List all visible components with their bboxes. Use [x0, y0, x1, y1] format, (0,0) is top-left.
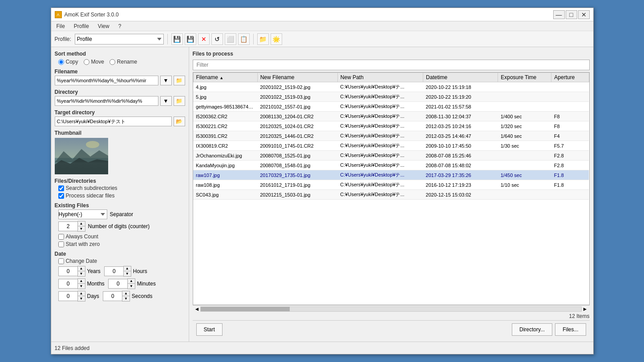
table-row[interactable]: IX300819.CR220091010_1745-01.CR2C:¥Users…: [193, 141, 589, 151]
save-button[interactable]: 💾: [171, 33, 183, 45]
always-count-checkbox[interactable]: [58, 234, 64, 240]
filename-browse-btn[interactable]: 📁: [174, 76, 185, 85]
directory-button[interactable]: Directory...: [512, 323, 552, 336]
search-subdirs-label[interactable]: Search subdirectories: [58, 185, 185, 191]
separator-select[interactable]: Hyphen(-) Underscore(_) None: [58, 209, 107, 219]
months-up-btn[interactable]: ▲: [78, 279, 85, 284]
files-button[interactable]: Files...: [555, 323, 586, 336]
menu-view[interactable]: View: [94, 22, 113, 30]
col-header-filename[interactable]: Filename ▲: [193, 73, 257, 82]
refresh-button[interactable]: ↺: [211, 33, 223, 45]
sort-rename-radio[interactable]: [109, 59, 115, 65]
change-date-label[interactable]: Change Date: [58, 258, 185, 264]
start-button[interactable]: Start: [196, 323, 223, 336]
minutes-up-btn[interactable]: ▲: [128, 279, 135, 284]
start-zero-checkbox[interactable]: [58, 241, 64, 247]
filename-arrow-btn[interactable]: ▼: [160, 76, 172, 85]
seconds-wrap: ▲ ▼: [103, 291, 130, 302]
search-subdirs-checkbox[interactable]: [58, 185, 64, 191]
thumbnail-svg: [55, 138, 108, 174]
table-row[interactable]: I5300221.CR220120325_1024-01.CR2C:¥Users…: [193, 121, 589, 131]
seconds-down-btn[interactable]: ▼: [122, 296, 130, 301]
hours-down-btn[interactable]: ▼: [124, 271, 131, 276]
open-folder-button[interactable]: 📁: [257, 33, 269, 45]
col-header-newpath[interactable]: New Path: [337, 73, 423, 82]
table-row[interactable]: SC043.jpg20201215_1503-01.jpgC:¥Users¥yu…: [193, 190, 589, 200]
col-header-exposure[interactable]: Exposure Time: [498, 73, 551, 82]
target-browse-btn[interactable]: 📂: [174, 117, 185, 126]
paste-button[interactable]: 📋: [238, 33, 250, 45]
table-cell: F1.8: [551, 170, 589, 180]
target-input[interactable]: C:\Users¥yuki¥Desktop¥テスト: [55, 117, 172, 126]
table-cell: 2008-07-08 15:25:46: [423, 151, 498, 161]
scroll-left-btn[interactable]: ◄: [194, 306, 200, 312]
menu-file[interactable]: File: [53, 22, 69, 30]
scrollbar-track[interactable]: [200, 306, 581, 312]
start-zero-label[interactable]: Start with zero: [58, 241, 185, 247]
years-input[interactable]: [58, 266, 78, 276]
status-text: 12 Files added: [55, 345, 90, 351]
days-up-btn[interactable]: ▲: [78, 291, 85, 296]
minutes-down-btn[interactable]: ▼: [128, 284, 135, 289]
hours-input[interactable]: [104, 266, 124, 276]
col-header-datetime[interactable]: Datetime: [423, 73, 498, 82]
table-row[interactable]: 5.jpg20201022_1519-03.jpgC:¥Users¥yuki¥D…: [193, 92, 589, 102]
directory-arrow-btn[interactable]: ▼: [160, 96, 172, 106]
profile-label: Profile:: [55, 36, 71, 42]
table-row[interactable]: gettyimages-985138674-61...20210102_1557…: [193, 102, 589, 112]
delete-button[interactable]: ✕: [198, 33, 210, 45]
sort-copy-label[interactable]: Copy: [58, 59, 78, 65]
menu-profile[interactable]: Profile: [70, 22, 93, 30]
digits-up-btn[interactable]: ▲: [78, 221, 85, 226]
table-row[interactable]: KandaMyoujin.jpg20080708_1548-01.jpgC:¥U…: [193, 161, 589, 170]
minimize-button[interactable]: —: [553, 10, 565, 19]
sort-move-radio[interactable]: [84, 59, 89, 65]
profile-select[interactable]: Profile: [75, 34, 164, 44]
years-up-btn[interactable]: ▲: [78, 266, 85, 271]
filename-input[interactable]: %year%%month%%day%_%hour%%mir: [55, 76, 158, 85]
save-as-button[interactable]: 💾: [185, 33, 196, 45]
sort-rename-label[interactable]: Rename: [109, 59, 137, 65]
directory-browse-btn[interactable]: 📁: [174, 96, 185, 106]
sort-move-label[interactable]: Move: [84, 59, 104, 65]
table-row[interactable]: I5200362.CR220081130_1204-01.CR2C:¥Users…: [193, 112, 589, 121]
directory-input[interactable]: %year%%dir%%month%%dir%%day%: [55, 96, 158, 106]
file-table-container[interactable]: Filename ▲ New Filename New Path Datetim…: [193, 72, 590, 305]
sort-copy-radio[interactable]: [58, 59, 64, 65]
table-cell: [498, 161, 551, 170]
hours-up-btn[interactable]: ▲: [124, 266, 131, 271]
process-sidecar-checkbox[interactable]: [58, 193, 64, 199]
days-input[interactable]: [58, 291, 78, 301]
copy-button[interactable]: ⬜: [225, 33, 236, 45]
scrollbar-thumb[interactable]: [201, 307, 290, 311]
months-label: Months: [87, 281, 105, 287]
seconds-input[interactable]: [103, 291, 122, 301]
process-sidecar-label[interactable]: Process sidecar files: [58, 193, 185, 199]
maximize-button[interactable]: □: [566, 10, 577, 19]
months-down-btn[interactable]: ▼: [78, 284, 85, 289]
digits-down-btn[interactable]: ▼: [78, 226, 85, 231]
table-row[interactable]: raw108.jpg20161012_1719-01.jpgC:¥Users¥y…: [193, 180, 589, 190]
table-row[interactable]: raw107.jpg20170329_1735-01.jpgC:¥Users¥y…: [193, 170, 589, 180]
years-down-btn[interactable]: ▼: [78, 271, 85, 276]
horizontal-scrollbar[interactable]: ◄ ►: [193, 305, 590, 312]
col-header-aperture[interactable]: Aperture: [551, 73, 589, 82]
table-row[interactable]: 4.jpg20201022_1519-02.jpgC:¥Users¥yuki¥D…: [193, 82, 589, 92]
menu-help[interactable]: ?: [115, 22, 125, 30]
seconds-up-btn[interactable]: ▲: [122, 291, 130, 296]
app-icon: A: [55, 11, 62, 18]
table-row[interactable]: JrOchanomizuEki.jpg20080708_1525-01.jpgC…: [193, 151, 589, 161]
close-button[interactable]: ✕: [578, 10, 590, 19]
digits-input[interactable]: [58, 221, 78, 231]
table-cell: 20120325_1024-01.CR2: [257, 121, 337, 131]
starred-folder-button[interactable]: 🌟: [271, 33, 282, 45]
days-down-btn[interactable]: ▼: [78, 296, 85, 301]
change-date-checkbox[interactable]: [58, 258, 64, 264]
minutes-input[interactable]: [108, 279, 128, 289]
filter-input[interactable]: [193, 60, 590, 70]
table-row[interactable]: I5300391.CR220120325_1446-01.CR2C:¥Users…: [193, 131, 589, 141]
always-count-label[interactable]: Always Count: [58, 233, 185, 240]
months-input[interactable]: [58, 279, 78, 289]
scroll-right-btn[interactable]: ►: [583, 306, 588, 312]
col-header-newfilename[interactable]: New Filename: [257, 73, 337, 82]
